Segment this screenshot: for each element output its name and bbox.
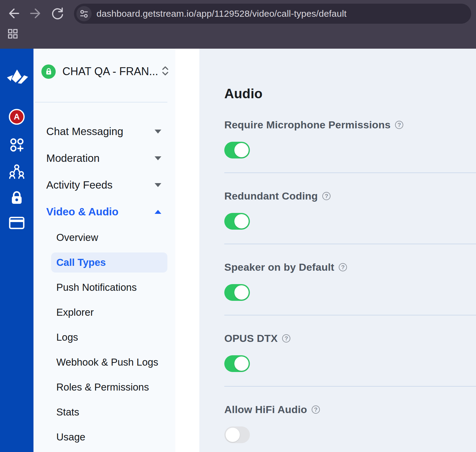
unfold-more-icon — [161, 66, 169, 77]
subnav-label: Explorer — [56, 307, 94, 318]
app-name: CHAT QA - FRAN... — [62, 65, 158, 78]
subnav-label: Push Notifications — [56, 282, 137, 293]
setting-opus-dtx: OPUS DTX ? — [224, 332, 476, 387]
app-lock-badge — [41, 64, 56, 79]
chevron-up-icon — [155, 210, 161, 214]
toggle-knob — [234, 214, 249, 228]
bookmarks-bar — [0, 27, 476, 49]
setting-label: Require Microphone Permissions — [224, 119, 390, 131]
forward-icon — [28, 6, 43, 21]
chevron-down-icon — [155, 130, 161, 134]
sidebar-nav: Chat Messaging Moderation Activity Feeds… — [33, 118, 175, 225]
toggle-require-microphone-permissions[interactable] — [224, 142, 250, 158]
sidebar-subnav: Overview Call Types Push Notifications E… — [33, 225, 175, 450]
url-text[interactable]: dashboard.getstream.io/app/1129528/video… — [96, 9, 347, 19]
toggle-knob — [226, 428, 240, 442]
divider — [224, 386, 476, 387]
site-settings-button[interactable] — [76, 6, 92, 21]
browser-toolbar: dashboard.getstream.io/app/1129528/video… — [0, 0, 476, 27]
toggle-knob — [234, 285, 249, 300]
sidebar: CHAT QA - FRAN... Chat Messaging Moderat… — [33, 49, 175, 452]
chevron-down-icon — [155, 183, 161, 187]
toggle-knob — [234, 356, 249, 371]
chevron-down-icon — [155, 156, 161, 160]
setting-label: OPUS DTX — [224, 332, 278, 344]
subnav-label: Logs — [56, 332, 78, 343]
back-button[interactable] — [5, 5, 22, 22]
nav-label: Moderation — [46, 152, 155, 164]
help-icon[interactable]: ? — [395, 121, 403, 129]
divider — [224, 244, 476, 244]
setting-speaker-on-by-default: Speaker on by Default ? — [224, 261, 476, 315]
toggle-knob — [234, 143, 249, 157]
toggle-allow-hifi-audio[interactable] — [224, 426, 250, 443]
sidebar-item-roles-permissions[interactable]: Roles & Permissions — [33, 375, 175, 400]
sidebar-item-moderation[interactable]: Moderation — [33, 145, 175, 172]
app-lock-icon — [45, 68, 52, 75]
setting-require-microphone-permissions: Require Microphone Permissions ? — [224, 119, 476, 173]
toggle-speaker-on-by-default[interactable] — [224, 284, 250, 301]
sidebar-gap — [175, 49, 199, 452]
forward-button[interactable] — [27, 5, 44, 22]
subnav-label: Overview — [56, 232, 98, 243]
nav-label: Activity Feeds — [46, 179, 155, 191]
account-avatar[interactable]: A — [0, 109, 33, 125]
security-button[interactable] — [0, 190, 33, 205]
subnav-label: Call Types — [56, 257, 106, 268]
stream-logo[interactable] — [0, 68, 33, 85]
team-icon — [9, 164, 25, 179]
apps-add-icon — [9, 137, 25, 153]
sidebar-item-chat-messaging[interactable]: Chat Messaging — [33, 118, 175, 145]
sidebar-divider — [35, 102, 167, 103]
help-icon[interactable]: ? — [282, 334, 290, 342]
sidebar-item-activity-feeds[interactable]: Activity Feeds — [33, 172, 175, 198]
divider — [224, 315, 476, 315]
main-content: Audio Require Microphone Permissions ? R… — [199, 49, 476, 452]
help-icon[interactable]: ? — [312, 405, 320, 414]
sidebar-item-overview[interactable]: Overview — [33, 225, 175, 250]
divider — [224, 172, 476, 173]
nav-label: Chat Messaging — [46, 125, 155, 137]
sidebar-item-usage[interactable]: Usage — [33, 425, 175, 450]
url-bar[interactable]: dashboard.getstream.io/app/1129528/video… — [74, 4, 471, 24]
reload-button[interactable] — [49, 5, 66, 22]
sidebar-item-explorer[interactable]: Explorer — [33, 300, 175, 325]
help-icon[interactable]: ? — [339, 263, 347, 271]
app-selector[interactable]: CHAT QA - FRAN... — [41, 61, 169, 82]
subnav-label: Usage — [56, 431, 85, 443]
nav-label: Video & Audio — [46, 206, 155, 218]
sidebar-item-push-notifications[interactable]: Push Notifications — [33, 275, 175, 300]
lock-icon — [9, 190, 24, 205]
sidebar-item-call-types[interactable]: Call Types — [51, 252, 167, 273]
apps-grid-button[interactable] — [7, 28, 19, 40]
app-rail: A — [0, 49, 33, 452]
browser-chrome: dashboard.getstream.io/app/1129528/video… — [0, 0, 476, 49]
setting-allow-hifi-audio: Allow HiFi Audio ? — [224, 404, 476, 452]
toggle-redundant-coding[interactable] — [224, 213, 250, 230]
page-title: Audio — [224, 86, 476, 101]
billing-button[interactable] — [0, 217, 33, 229]
setting-label: Redundant Coding — [224, 190, 318, 202]
credit-card-icon — [9, 217, 25, 229]
avatar-letter: A — [9, 109, 25, 125]
setting-label: Speaker on by Default — [224, 261, 334, 273]
team-button[interactable] — [0, 164, 33, 179]
tune-icon — [79, 9, 89, 18]
back-icon — [6, 6, 21, 21]
sidebar-item-stats[interactable]: Stats — [33, 400, 175, 425]
apps-add-button[interactable] — [0, 137, 33, 153]
sidebar-item-video-audio[interactable]: Video & Audio — [33, 198, 175, 225]
subnav-label: Stats — [56, 406, 79, 418]
subnav-label: Webhook & Push Logs — [56, 356, 158, 368]
apps-grid-icon — [7, 28, 18, 39]
setting-label: Allow HiFi Audio — [224, 404, 307, 415]
setting-redundant-coding: Redundant Coding ? — [224, 190, 476, 244]
help-icon[interactable]: ? — [322, 192, 331, 200]
sidebar-item-webhook-push-logs[interactable]: Webhook & Push Logs — [33, 350, 175, 375]
toggle-opus-dtx[interactable] — [224, 355, 250, 372]
subnav-label: Roles & Permissions — [56, 381, 149, 393]
reload-icon — [51, 6, 65, 20]
sidebar-item-logs[interactable]: Logs — [33, 325, 175, 350]
